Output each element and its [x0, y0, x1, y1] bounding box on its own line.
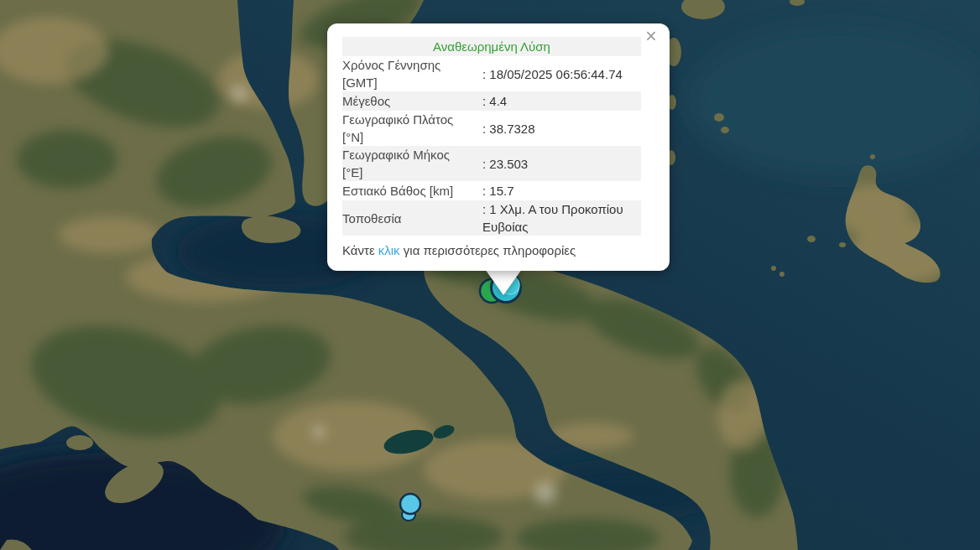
footer-text-prefix: Κάντε: [342, 243, 378, 257]
row-value: : 1 Χλμ. Α του Προκοπίου Ευβοίας: [482, 200, 641, 236]
row-label: Γεωγραφικό Πλάτος [°N]: [342, 111, 482, 146]
row-value: : 23.503: [482, 155, 641, 173]
row-label: Εστιακό Βάθος [km]: [342, 182, 482, 200]
table-row-magnitude: Μέγεθος : 4.4: [342, 91, 641, 111]
row-label: Χρόνος Γέννησης [GMT]: [342, 56, 482, 91]
table-row-depth: Εστιακό Βάθος [km] : 15.7: [342, 181, 641, 200]
earthquake-info-popup: × Αναθεωρημένη Λύση Χρόνος Γέννησης [GMT…: [327, 23, 670, 271]
row-label: Γεωγραφικό Μήκος [°E]: [342, 146, 482, 181]
row-value: : 15.7: [482, 182, 641, 200]
map-view[interactable]: × Αναθεωρημένη Λύση Χρόνος Γέννησης [GMT…: [0, 0, 980, 550]
more-info-link[interactable]: κλικ: [378, 243, 400, 257]
row-value: : 18/05/2025 06:56:44.74: [482, 65, 641, 83]
popup-title: Αναθεωρημένη Λύση: [342, 37, 641, 56]
epicenter-south-marker[interactable]: [400, 494, 420, 514]
popup-tail: [485, 269, 522, 295]
close-icon[interactable]: ×: [642, 27, 660, 45]
earthquake-data-table: Αναθεωρημένη Λύση Χρόνος Γέννησης [GMT] …: [342, 37, 641, 236]
table-row-location: Τοποθεσία : 1 Χλμ. Α του Προκοπίου Ευβοί…: [342, 200, 641, 236]
footer-text-suffix: για περισσότερες πληροφορίες: [400, 243, 576, 257]
row-label: Μέγεθος: [342, 92, 482, 110]
row-value: : 38.7328: [482, 120, 641, 138]
row-value: : 4.4: [482, 92, 641, 110]
more-info-footer: Κάντε κλικ για περισσότερες πληροφορίες: [342, 241, 653, 260]
table-row-longitude: Γεωγραφικό Μήκος [°E] : 23.503: [342, 146, 641, 181]
row-label: Τοποθεσία: [342, 210, 482, 227]
table-row-latitude: Γεωγραφικό Πλάτος [°N] : 38.7328: [342, 111, 641, 146]
table-row-origin-time: Χρόνος Γέννησης [GMT] : 18/05/2025 06:56…: [342, 56, 641, 91]
